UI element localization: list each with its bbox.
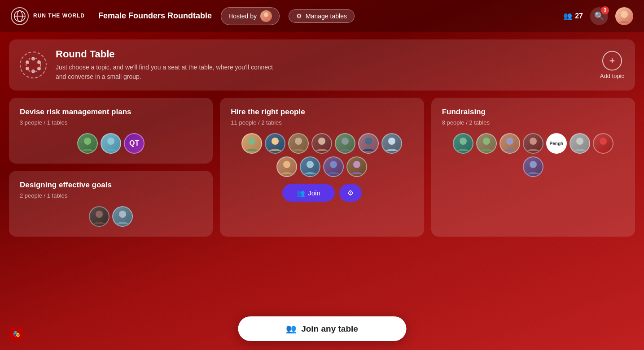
- svg-point-6: [31, 57, 35, 60]
- join-any-table-button[interactable]: 👥 Join any table: [238, 316, 406, 341]
- topic-card-designing-goals: Designing effective goals 2 people / 1 t…: [9, 171, 213, 237]
- join-icon: 👥: [297, 189, 305, 197]
- svg-point-33: [530, 161, 537, 168]
- avatar: [593, 133, 613, 154]
- avatar: [288, 133, 309, 154]
- svg-point-29: [506, 138, 513, 145]
- svg-point-31: [576, 138, 583, 145]
- avatar: [101, 133, 121, 154]
- avatar: [241, 133, 262, 154]
- avatar: [335, 133, 355, 154]
- svg-point-9: [31, 69, 35, 73]
- topic-meta: 3 people / 1 tables: [20, 119, 202, 126]
- avatar: [523, 133, 543, 154]
- join-any-table-label: Join any table: [301, 324, 358, 334]
- bottom-left-indicator: 🎭: [9, 327, 23, 341]
- logo-icon: [11, 7, 29, 25]
- avatar: [265, 133, 285, 154]
- search-button[interactable]: 🔍 3: [590, 7, 608, 25]
- host-avatar: [260, 10, 272, 22]
- avatar-qt: QT: [124, 133, 145, 154]
- count-value: 27: [575, 12, 583, 20]
- svg-point-28: [483, 138, 490, 145]
- logo-text: RUN THE WORLD: [33, 13, 85, 19]
- svg-point-12: [84, 138, 91, 145]
- avatars-row-bottom: [231, 156, 413, 177]
- bottom-bar: 👥 Join any table: [238, 316, 406, 341]
- round-table-title: Round Table: [56, 48, 280, 60]
- manage-tables-label: Manage tables: [306, 13, 347, 20]
- svg-point-17: [272, 138, 279, 145]
- avatar: [311, 133, 332, 154]
- plus-icon: +: [609, 55, 615, 67]
- event-title: Female Founders Roundtable: [98, 11, 212, 21]
- app-header: RUN THE WORLD Female Founders Roundtable…: [0, 0, 644, 32]
- topic-title: Designing effective goals: [20, 181, 202, 190]
- add-topic-icon: +: [602, 51, 622, 71]
- avatar-pengh: Pengh: [546, 133, 567, 154]
- round-table-icon: [20, 52, 47, 78]
- svg-point-25: [330, 161, 337, 168]
- join-any-table-icon: 👥: [286, 324, 297, 334]
- topic-title: Hire the right people: [231, 108, 413, 117]
- join-label: Join: [308, 189, 320, 197]
- manage-tables-button[interactable]: ⚙ Manage tables: [289, 9, 355, 23]
- round-table-description: Just choose a topic, and we'll find you …: [56, 63, 280, 82]
- avatars-row-bottom: [442, 156, 624, 177]
- avatar: [381, 133, 402, 154]
- svg-point-21: [365, 138, 372, 145]
- avatar: [453, 133, 473, 154]
- svg-point-14: [96, 211, 103, 218]
- topic-title: Fundraising: [442, 108, 624, 117]
- logo: RUN THE WORLD: [11, 7, 85, 25]
- round-table-text: Round Table Just choose a topic, and we'…: [56, 48, 280, 82]
- settings-button[interactable]: ⚙: [339, 184, 362, 202]
- avatar: [89, 206, 110, 227]
- svg-point-10: [26, 67, 29, 70]
- indicator-icon: 🎭: [13, 330, 20, 337]
- avatar: [358, 133, 379, 154]
- avatars-row: QT: [20, 133, 202, 154]
- avatar: [77, 133, 98, 154]
- header-right: 👥 27 🔍 3: [563, 7, 633, 25]
- attendee-count: 👥 27: [563, 12, 583, 20]
- topic-card-fundraising: Fundraising 8 people / 2 tables Pengh: [431, 98, 635, 237]
- cards-grid: Devise risk management plans 3 people / …: [9, 98, 635, 237]
- avatar: [523, 156, 543, 177]
- svg-point-11: [26, 60, 29, 64]
- svg-point-32: [600, 138, 607, 145]
- svg-point-7: [37, 60, 41, 64]
- svg-point-23: [283, 161, 290, 168]
- svg-point-8: [37, 67, 41, 70]
- avatar: [346, 156, 367, 177]
- svg-point-4: [621, 11, 628, 18]
- topic-meta: 11 people / 2 tables: [231, 119, 413, 126]
- round-table-banner: Round Table Just choose a topic, and we'…: [9, 39, 635, 91]
- svg-point-22: [388, 138, 395, 145]
- avatar: [112, 206, 133, 227]
- avatars-row-top: Pengh: [442, 133, 624, 154]
- avatar: [323, 156, 344, 177]
- join-button[interactable]: 👥 Join: [282, 184, 335, 202]
- svg-point-16: [248, 138, 255, 145]
- user-avatar[interactable]: [615, 7, 633, 25]
- left-column: Devise risk management plans 3 people / …: [9, 98, 213, 237]
- add-topic-button[interactable]: + Add topic: [600, 51, 624, 79]
- hosted-by-label: Hosted by: [228, 13, 257, 20]
- svg-point-19: [318, 138, 325, 145]
- topic-title: Devise risk management plans: [20, 108, 202, 117]
- hosted-by-button[interactable]: Hosted by: [221, 7, 280, 25]
- topic-meta: 2 people / 1 tables: [20, 192, 202, 199]
- svg-point-30: [530, 138, 537, 145]
- svg-point-27: [460, 138, 467, 145]
- card-actions: 👥 Join ⚙: [231, 184, 413, 202]
- avatar: [276, 156, 297, 177]
- manage-tables-gear-icon: ⚙: [296, 13, 302, 20]
- avatars-row-top: [231, 133, 413, 154]
- svg-point-13: [107, 138, 114, 145]
- svg-point-20: [342, 138, 349, 145]
- avatar: [300, 156, 320, 177]
- topic-card-hire: Hire the right people 11 people / 2 tabl…: [220, 98, 424, 237]
- topic-meta: 8 people / 2 tables: [442, 119, 624, 126]
- people-icon: 👥: [563, 12, 572, 20]
